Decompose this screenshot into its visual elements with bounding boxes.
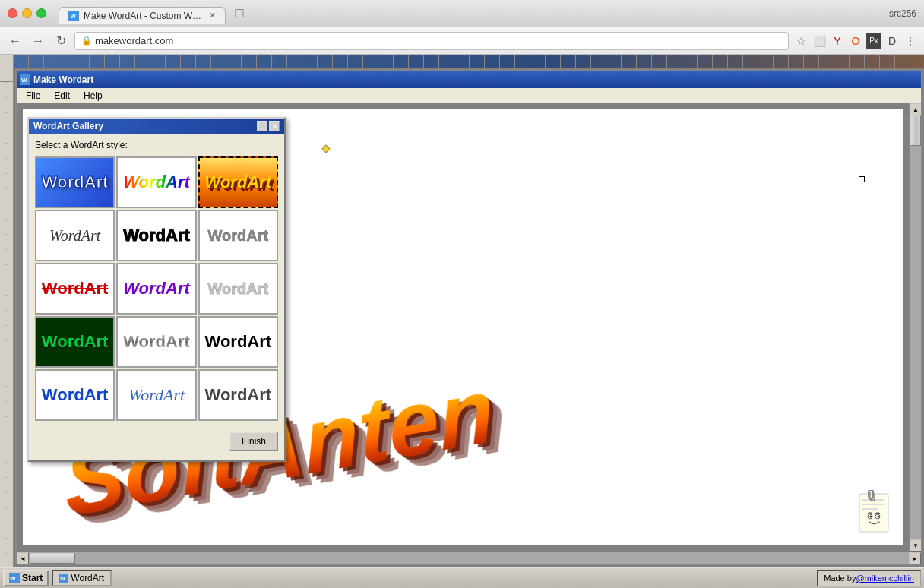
main-area: W Make Wordart File Edit Help [0,55,924,567]
extension-icon-5[interactable]: D [884,33,900,49]
svg-rect-6 [862,504,884,505]
tab-favicon: W [68,11,79,21]
dialog-minimize-btn[interactable]: _ [257,121,267,131]
gallery-item-8[interactable]: WordArt [116,263,196,315]
app-icon: W [20,74,30,85]
extension-icon-1[interactable]: ⬜ [812,33,827,49]
taskbar-app-label: WordArt [71,573,104,583]
gallery-style-13-text: WordArt [42,385,109,405]
gallery-item-11[interactable]: WordArt [116,316,196,368]
gallery-item-14[interactable]: WordArt [116,369,196,421]
status-text: Made by [824,574,856,583]
status-link[interactable]: @mikemcchillin [856,574,914,583]
gallery-item-5[interactable]: WordArt [116,210,196,261]
gallery-style-5-text: WordArt [123,226,190,245]
gallery-item-3[interactable]: WordArt [198,156,278,208]
taskbar-wordart-item[interactable]: W WordArt [52,570,112,586]
gallery-item-4[interactable]: WordArt [35,210,115,261]
menu-edit[interactable]: Edit [48,89,76,103]
top-ruler [14,55,924,68]
security-icon: 🔒 [81,36,92,46]
gallery-item-6[interactable]: WordArt [198,210,278,261]
bookmark-icon[interactable]: ☆ [793,33,808,49]
app-window: W Make Wordart File Edit Help [15,70,922,565]
taskbar: W Start W WordArt Made by @mikemcchillin [0,567,924,588]
menu-button[interactable]: ⋮ [903,33,918,49]
dialog-close-btn[interactable]: ✕ [269,121,280,131]
dialog-titlebar: WordArt Gallery _ ✕ [29,119,284,134]
refresh-button[interactable]: ↻ [52,32,70,50]
gallery-item-10[interactable]: WordArt [35,316,115,368]
gallery-item-13[interactable]: WordArt [35,369,115,421]
scroll-left-button[interactable]: ◄ [17,552,29,564]
right-scrollbar: ▲ ▼ [909,103,921,552]
tab-close-button[interactable]: ✕ [209,11,216,21]
scroll-up-button[interactable]: ▲ [910,103,921,115]
svg-text:W: W [71,14,76,19]
dialog-select-label: Select a WordArt style: [35,140,278,150]
gallery-item-12[interactable]: WordArt [198,316,278,368]
back-button[interactable]: ← [6,32,24,50]
scroll-thumb-h[interactable] [30,553,75,564]
scroll-track[interactable] [910,115,921,539]
maximize-button[interactable] [36,8,46,18]
selection-handle-diamond[interactable] [321,144,330,153]
gallery-style-4-text: WordArt [49,227,100,245]
gallery-style-15-text: WordArt [205,385,272,405]
gallery-style-9-text: WordArt [208,280,269,298]
gallery-grid: WordArt WordArt WordArt [35,156,278,421]
close-button[interactable] [8,8,17,18]
svg-text:W: W [10,575,16,582]
start-label: Start [22,573,43,583]
extension-icon-4[interactable]: Px [866,33,881,49]
dialog-controls: _ ✕ [257,121,280,131]
extension-icon-2[interactable]: Y [830,33,845,49]
selection-handle-tr[interactable] [859,176,865,182]
gallery-style-14-text: WordArt [128,385,185,405]
tab-bar: W Make WordArt - Custom Word... ✕ □ [59,3,250,24]
menu-help[interactable]: Help [78,89,109,103]
gallery-style-6-text: WordArt [208,227,269,245]
browser-tab[interactable]: W Make WordArt - Custom Word... ✕ [59,7,226,24]
finish-button[interactable]: Finish [229,432,278,451]
minimize-button[interactable] [22,8,32,18]
scroll-down-button[interactable]: ▼ [910,539,921,552]
gallery-style-8-text: WordArt [123,279,190,299]
menu-file[interactable]: File [20,89,46,103]
scroll-track-h[interactable] [29,552,909,564]
bottom-scrollbar: ◄ ► [17,552,921,564]
dialog-footer: Finish [35,428,278,454]
gallery-style-1-text: WordArt [42,172,109,192]
new-tab-button[interactable]: □ [229,3,250,24]
src-label: src256 [889,8,916,19]
gallery-style-10-text: WordArt [42,332,109,352]
gallery-item-9[interactable]: WordArt [198,263,278,315]
gallery-style-11-text: WordArt [123,332,190,352]
scroll-thumb[interactable] [910,115,921,146]
extension-icon-3[interactable]: O [848,33,863,49]
wordart-gallery-dialog: WordArt Gallery _ ✕ Select a WordArt sty… [27,117,286,462]
forward-button[interactable]: → [29,32,47,50]
gallery-style-7-text: WordArt [42,279,109,299]
browser-toolbar-icons: ☆ ⬜ Y O Px D ⋮ [793,33,918,49]
gallery-item-1[interactable]: WordArt [35,156,115,208]
desktop-background: W Make WordArt - Custom Word... ✕ □ src2… [0,0,924,588]
address-bar[interactable]: 🔒 makewordart.com [74,32,789,50]
tab-title: Make WordArt - Custom Word... [84,11,204,21]
svg-point-10 [870,516,872,518]
dialog-title-text: WordArt Gallery [33,121,103,131]
gallery-item-7[interactable]: WordArt [35,263,115,315]
gallery-style-3-text: WordArt [205,172,272,192]
gallery-item-2[interactable]: WordArt [116,156,196,208]
clippy-mascot [853,490,895,539]
content-area: W Make Wordart File Edit Help [14,55,924,567]
app-menubar: File Edit Help [17,88,921,103]
dialog-body: Select a WordArt style: WordArt WordArt [29,134,284,460]
scroll-right-button[interactable]: ► [909,552,921,564]
gallery-item-15[interactable]: WordArt [198,369,278,421]
browser-window: W Make WordArt - Custom Word... ✕ □ src2… [0,0,924,588]
app-area: W Make Wordart File Edit Help [14,68,924,567]
svg-point-11 [878,516,880,518]
gallery-style-12-text: WordArt [205,332,272,352]
start-button[interactable]: W Start [3,570,49,586]
